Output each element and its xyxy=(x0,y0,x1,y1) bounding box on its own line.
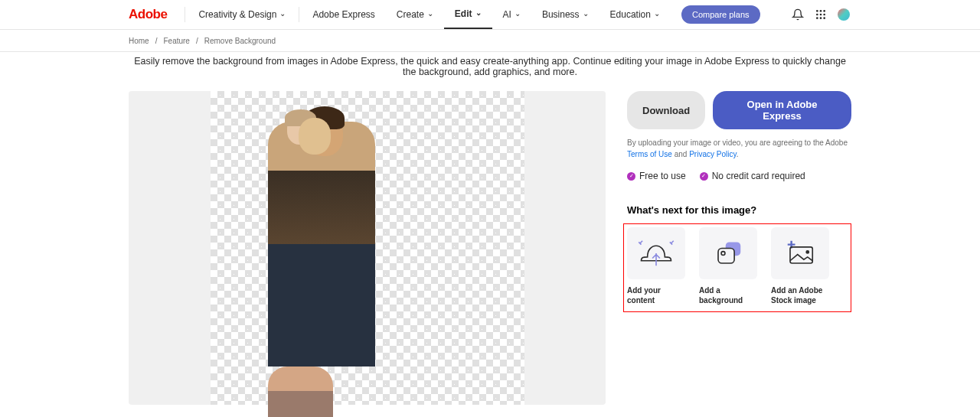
check-icon: ✓ xyxy=(700,172,708,181)
svg-point-0 xyxy=(816,10,818,12)
compare-plans-button[interactable]: Compare plans xyxy=(681,5,760,24)
svg-point-2 xyxy=(823,10,825,12)
terms-and: and xyxy=(672,150,689,158)
next-steps-cards: Add your content Add a background xyxy=(623,223,851,312)
page-description: Easily remove the background from images… xyxy=(129,56,851,77)
svg-point-5 xyxy=(823,14,825,16)
nav-education[interactable]: Education xyxy=(599,0,671,29)
person-silhouette xyxy=(268,367,333,417)
feature-nocard: ✓ No credit card required xyxy=(700,171,805,181)
svg-rect-10 xyxy=(718,249,734,264)
svg-point-13 xyxy=(806,251,808,253)
nav-edit[interactable]: Edit xyxy=(444,0,492,29)
breadcrumb: Home / Feature / Remove Background xyxy=(0,30,980,52)
feature-label: No credit card required xyxy=(712,171,805,181)
svg-point-3 xyxy=(816,14,818,16)
image-preview xyxy=(129,91,606,405)
card-add-background[interactable]: Add a background xyxy=(699,227,759,305)
add-content-icon xyxy=(627,227,685,279)
terms-prefix: By uploading your image or video, you ar… xyxy=(627,138,848,147)
terms-text: By uploading your image or video, you ar… xyxy=(627,137,851,160)
notifications-icon[interactable] xyxy=(792,8,804,21)
nav-business[interactable]: Business xyxy=(531,0,599,29)
avatar[interactable] xyxy=(838,8,850,21)
download-button[interactable]: Download xyxy=(627,91,705,129)
right-panel: Download Open in Adobe Express By upload… xyxy=(627,91,851,405)
feature-label: Free to use xyxy=(639,171,686,181)
svg-point-1 xyxy=(820,10,822,12)
nav-create[interactable]: Create xyxy=(386,0,444,29)
card-add-stock[interactable]: Add an Adobe Stock image xyxy=(771,227,831,305)
add-stock-icon xyxy=(771,227,829,279)
svg-point-8 xyxy=(823,17,825,19)
main-nav: Creativity & Design Adobe Express Create… xyxy=(188,0,760,29)
apps-icon[interactable] xyxy=(815,8,827,21)
card-label: Add a background xyxy=(699,285,759,305)
breadcrumb-separator: / xyxy=(196,37,198,45)
check-icon: ✓ xyxy=(627,172,635,181)
breadcrumb-separator: / xyxy=(155,37,158,45)
nav-express[interactable]: Adobe Express xyxy=(302,0,385,29)
breadcrumb-feature[interactable]: Feature xyxy=(163,37,189,45)
content: Easily remove the background from images… xyxy=(0,52,980,405)
action-buttons: Download Open in Adobe Express xyxy=(627,91,851,129)
svg-rect-12 xyxy=(790,247,812,263)
person-silhouette xyxy=(268,122,375,367)
breadcrumb-current: Remove Background xyxy=(204,37,276,45)
nav-divider xyxy=(185,7,185,22)
card-add-content[interactable]: Add your content xyxy=(627,227,687,305)
card-label: Add your content xyxy=(627,285,687,305)
nav-creativity[interactable]: Creativity & Design xyxy=(188,0,296,29)
next-steps-title: What's next for this image? xyxy=(627,204,851,216)
open-express-button[interactable]: Open in Adobe Express xyxy=(713,91,851,129)
breadcrumb-home[interactable]: Home xyxy=(129,37,149,45)
feature-list: ✓ Free to use ✓ No credit card required xyxy=(627,171,851,181)
main-area: Download Open in Adobe Express By upload… xyxy=(129,91,851,405)
transparency-checker xyxy=(211,91,524,405)
terms-suffix: . xyxy=(737,150,739,158)
svg-point-4 xyxy=(820,14,822,16)
header-right xyxy=(792,8,972,21)
terms-of-use-link[interactable]: Terms of Use xyxy=(627,150,672,158)
nav-divider xyxy=(299,7,299,22)
svg-point-7 xyxy=(820,17,822,19)
result-image xyxy=(268,122,467,405)
nav-ai[interactable]: AI xyxy=(492,0,531,29)
svg-point-6 xyxy=(816,17,818,19)
privacy-link[interactable]: Privacy Policy xyxy=(689,150,737,158)
adobe-logo[interactable]: Adobe xyxy=(129,7,167,22)
feature-free: ✓ Free to use xyxy=(627,171,686,181)
card-label: Add an Adobe Stock image xyxy=(771,285,831,305)
add-background-icon xyxy=(699,227,757,279)
header: Adobe Creativity & Design Adobe Express … xyxy=(0,0,980,30)
